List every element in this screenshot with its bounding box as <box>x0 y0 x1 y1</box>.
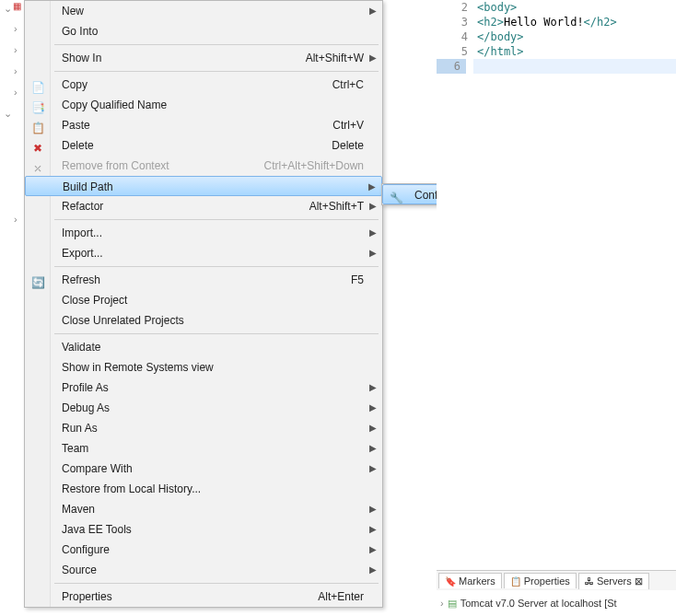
menu-item-delete[interactable]: ✖DeleteDelete <box>25 135 382 156</box>
menu-item-restore-from-local-history[interactable]: Restore from Local History... <box>25 479 382 499</box>
servers-icon: 🖧 <box>585 576 594 587</box>
menu-item-label: Build Path <box>63 180 113 193</box>
menu-item-compare-with[interactable]: Compare With▶ <box>25 459 382 479</box>
code-line[interactable] <box>477 59 617 74</box>
menu-item-label: Close Unrelated Projects <box>62 314 184 327</box>
menu-separator <box>54 266 379 267</box>
menu-item-label: Paste <box>62 119 90 132</box>
remove-ctx-icon: ⤫ <box>30 158 45 173</box>
menu-item-label: Restore from Local History... <box>62 482 201 495</box>
menu-shortcut: F5 <box>351 270 364 290</box>
tree-expander[interactable]: ⌄ <box>4 3 12 15</box>
menu-item-label: Close Project <box>62 294 127 307</box>
submenu-arrow-icon: ▶ <box>369 1 377 21</box>
editor-gutter: 23456 <box>437 0 473 74</box>
submenu-arrow-icon: ▶ <box>369 398 377 418</box>
menu-item-copy-qualified-name[interactable]: 📑Copy Qualified Name <box>25 95 382 115</box>
menu-shortcut: Alt+Enter <box>318 587 364 607</box>
menu-item-label: Export... <box>62 247 103 260</box>
menu-item-label: Source <box>62 564 97 576</box>
menu-shortcut: Ctrl+V <box>332 115 364 135</box>
menu-item-export[interactable]: Export...▶ <box>25 243 382 263</box>
menu-item-debug-as[interactable]: Debug As▶ <box>25 398 382 418</box>
menu-item-label: Maven <box>62 503 95 516</box>
server-label: Tomcat v7.0 Server at localhost [St <box>460 598 617 609</box>
tab-markers[interactable]: 🔖Markers <box>438 573 502 588</box>
menu-item-refresh[interactable]: 🔄RefreshF5 <box>25 270 382 290</box>
menu-item-source[interactable]: Source▶ <box>25 560 382 580</box>
menu-item-build-path[interactable]: Build Path▶ <box>25 176 382 196</box>
line-number: 4 <box>437 29 473 44</box>
menu-item-label: Copy <box>62 78 87 91</box>
build-path-icon: 🔧 <box>389 188 403 203</box>
refresh-icon: 🔄 <box>30 273 45 287</box>
tab-label: Markers <box>459 575 495 587</box>
line-number: 2 <box>437 0 473 15</box>
tree-expander[interactable]: › <box>14 87 17 98</box>
menu-item-label: Remove from Context <box>62 159 169 172</box>
menu-item-paste[interactable]: 📋PasteCtrl+V <box>25 115 382 135</box>
menu-item-run-as[interactable]: Run As▶ <box>25 418 382 438</box>
menu-item-label: Java EE Tools <box>62 523 132 536</box>
menu-item-show-in-remote-systems-view[interactable]: Show in Remote Systems view <box>25 357 382 378</box>
menu-item-label: Show In <box>62 52 101 64</box>
code-editor[interactable]: 23456 <body><h2>Hello World!</h2></body>… <box>437 0 676 562</box>
close-icon[interactable]: ⊠ <box>635 575 643 587</box>
menu-item-show-in[interactable]: Show InAlt+Shift+W▶ <box>25 48 382 68</box>
context-menu: New▶Go IntoShow InAlt+Shift+W▶📄CopyCtrl+… <box>24 0 383 608</box>
menu-item-label: Team <box>62 442 88 455</box>
tree-expander[interactable]: › <box>14 65 17 76</box>
submenu-arrow-icon: ▶ <box>368 177 376 197</box>
code-line[interactable]: </html> <box>477 44 617 59</box>
menu-item-close-project[interactable]: Close Project <box>25 290 382 310</box>
copy-q-icon: 📑 <box>30 98 45 112</box>
tree-expander[interactable]: › <box>14 44 17 55</box>
submenu-arrow-icon: ▶ <box>369 560 377 580</box>
menu-item-label: Import... <box>62 227 102 239</box>
tab-properties[interactable]: 📋Properties <box>504 573 577 588</box>
tree-expander[interactable]: › <box>14 23 17 34</box>
menu-item-label: Refactor <box>62 200 103 213</box>
menu-item-java-ee-tools[interactable]: Java EE Tools▶ <box>25 519 382 540</box>
line-number: 6 <box>437 59 466 74</box>
servers-row[interactable]: › ▤ Tomcat v7.0 Server at localhost [St <box>437 594 676 612</box>
menu-item-team[interactable]: Team▶ <box>25 438 382 459</box>
tree-expander[interactable]: ⌄ <box>4 108 12 120</box>
tree-expander[interactable]: › <box>440 598 444 609</box>
code-line[interactable]: <body> <box>477 0 617 15</box>
menu-item-properties[interactable]: PropertiesAlt+Enter <box>25 587 382 607</box>
menu-item-copy[interactable]: 📄CopyCtrl+C <box>25 75 382 95</box>
menu-shortcut: Delete <box>332 135 364 156</box>
submenu-arrow-icon: ▶ <box>369 499 377 519</box>
menu-item-configure[interactable]: Configure▶ <box>25 540 382 560</box>
menu-item-label: Compare With <box>62 462 133 475</box>
menu-item-remove-from-context: ⤫Remove from ContextCtrl+Alt+Shift+Down <box>25 156 382 176</box>
submenu-arrow-icon: ▶ <box>369 223 377 243</box>
menu-separator <box>54 71 379 72</box>
menu-separator <box>54 333 379 334</box>
menu-item-label: Go Into <box>62 25 98 38</box>
tab-servers[interactable]: 🖧Servers⊠ <box>578 573 649 589</box>
code-line[interactable]: <h2>Hello World!</h2> <box>477 15 617 29</box>
menu-item-import[interactable]: Import...▶ <box>25 223 382 243</box>
code-line[interactable]: </body> <box>477 29 617 44</box>
menu-item-refactor[interactable]: RefactorAlt+Shift+T▶ <box>25 196 382 216</box>
tab-label: Properties <box>524 575 570 587</box>
submenu-arrow-icon: ▶ <box>369 519 377 540</box>
menu-item-label: Profile As <box>62 381 109 394</box>
editor-code[interactable]: <body><h2>Hello World!</h2></body></html… <box>477 0 617 74</box>
menu-item-validate[interactable]: Validate <box>25 337 382 357</box>
menu-item-label: New <box>62 5 84 17</box>
menu-item-profile-as[interactable]: Profile As▶ <box>25 378 382 398</box>
project-icon: ▦ <box>13 1 21 11</box>
menu-item-maven[interactable]: Maven▶ <box>25 499 382 519</box>
tree-expander[interactable]: › <box>14 214 17 225</box>
menu-item-label: Validate <box>62 341 100 354</box>
menu-item-new[interactable]: New▶ <box>25 1 382 21</box>
line-number: 3 <box>437 15 473 29</box>
menu-shortcut: Alt+Shift+W <box>306 48 364 68</box>
menu-item-label: Run As <box>62 422 98 435</box>
menu-item-close-unrelated-projects[interactable]: Close Unrelated Projects <box>25 310 382 331</box>
menu-item-label: Debug As <box>62 401 110 414</box>
menu-item-go-into[interactable]: Go Into <box>25 21 382 41</box>
